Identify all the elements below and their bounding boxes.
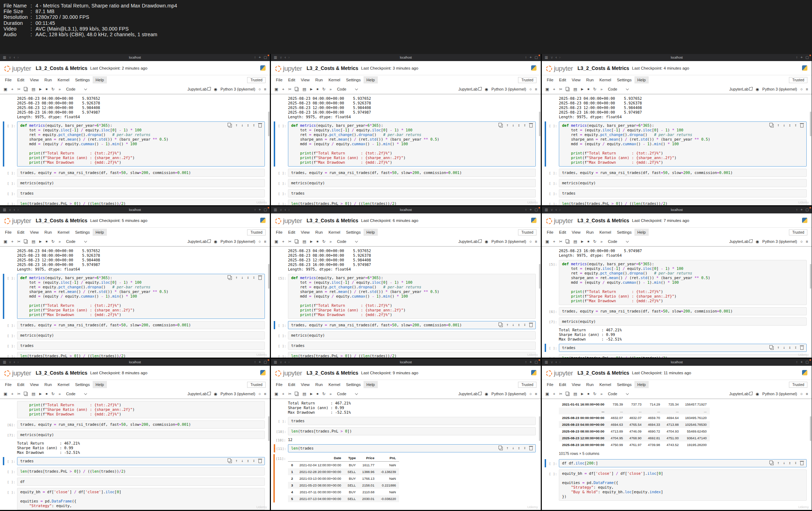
share-icon[interactable]: ↑ [525, 206, 527, 213]
cell-type-chevron-icon[interactable] [84, 240, 87, 243]
trusted-badge[interactable]: Trusted [518, 382, 536, 388]
jupyterlab-link[interactable]: JupyterLab [458, 392, 481, 396]
scrollbar-thumb[interactable] [268, 112, 269, 136]
trusted-badge[interactable]: Trusted [789, 382, 807, 388]
run-button[interactable]: ▶ [310, 88, 312, 91]
run-all-button[interactable]: » [329, 392, 332, 396]
jupyterlab-link[interactable]: JupyterLab [458, 239, 481, 244]
code-cell[interactable]: [ ]:trades [288, 189, 536, 197]
code-cell[interactable]: [10]:len(trades[trades.PnL > 0]) [288, 427, 536, 435]
cut-cell-button[interactable]: ✂ [288, 240, 291, 244]
menu-item-help[interactable]: Help [634, 381, 649, 388]
chevron-down-icon[interactable]: ∨ [550, 359, 553, 366]
stop-button[interactable]: ■ [316, 392, 318, 396]
trusted-badge[interactable]: Trusted [247, 229, 266, 235]
cell-type-chevron-icon[interactable] [355, 87, 358, 90]
menu-item-run[interactable]: Run [583, 76, 596, 83]
move-cell-down-icon[interactable]: ↓ [783, 461, 785, 465]
duplicate-cell-icon[interactable] [229, 460, 232, 463]
menu-item-file[interactable]: File [544, 229, 556, 236]
trusted-badge[interactable]: Trusted [247, 382, 266, 388]
insert-cell-below-icon[interactable]: ↧ [524, 322, 526, 327]
cell-type-chevron-icon[interactable] [355, 240, 358, 243]
jupyterlab-link[interactable]: JupyterLab [458, 87, 481, 91]
tabs-icon[interactable]: ▢ [535, 206, 538, 213]
code-cell[interactable]: [ ]:metrics(equity) [559, 179, 807, 187]
kernel-name[interactable]: Python 3 (ipykernel) [491, 239, 526, 244]
restart-kernel-button[interactable]: ↻ [51, 87, 55, 91]
delete-cell-icon[interactable] [529, 324, 533, 327]
code-cell[interactable]: [ ]:trades [288, 342, 536, 350]
menu-item-view[interactable]: View [27, 76, 42, 83]
new-tab-icon[interactable]: + [530, 54, 532, 61]
menu-item-settings[interactable]: Settings [343, 229, 364, 236]
cut-cell-button[interactable]: ✂ [559, 240, 562, 244]
menu-item-settings[interactable]: Settings [72, 229, 93, 236]
notebook-title[interactable]: L3_2_Costs & Metrics [578, 65, 630, 71]
delete-cell-icon[interactable] [258, 460, 262, 463]
paste-cell-button[interactable]: ▤ [303, 240, 306, 244]
menu-item-help[interactable]: Help [364, 229, 378, 236]
code-cell[interactable]: [ ]:trades↑↓↥↧ [559, 344, 807, 352]
move-cell-up-icon[interactable]: ↑ [777, 345, 779, 350]
menu-item-view[interactable]: View [298, 229, 312, 236]
notebook-title[interactable]: L3_2_Costs & Metrics [578, 218, 630, 223]
sidebar-icon[interactable]: ▥ [545, 54, 548, 61]
insert-cell-above-icon[interactable]: ↥ [247, 123, 249, 127]
insert-cell-above-icon[interactable]: ↥ [518, 446, 520, 450]
delete-cell-icon[interactable] [529, 124, 533, 127]
code-cell[interactable]: •[11]:len(trades↑↓↥↧ [288, 444, 536, 452]
stop-button[interactable]: ■ [587, 392, 589, 396]
code-cell[interactable]: [6]:trades, equity = run_sma_rsi_trades(… [559, 307, 807, 315]
trusted-badge[interactable]: Trusted [518, 229, 536, 235]
duplicate-cell-icon[interactable] [229, 276, 232, 280]
duplicate-cell-icon[interactable] [500, 324, 503, 327]
move-cell-down-icon[interactable]: ↓ [783, 123, 785, 127]
menu-item-view[interactable]: View [569, 229, 583, 236]
sidebar-icon[interactable]: ▥ [274, 206, 277, 213]
code-cell[interactable]: [ ]:trades [17, 189, 265, 197]
url-text[interactable]: localhost [129, 208, 141, 212]
duplicate-cell-icon[interactable] [500, 124, 503, 127]
run-all-button[interactable]: » [59, 240, 61, 244]
restart-kernel-button[interactable]: ↻ [51, 240, 55, 244]
code-cell[interactable]: [ ]:trades [559, 189, 807, 197]
duplicate-cell-icon[interactable] [770, 346, 774, 350]
duplicate-cell-icon[interactable] [500, 447, 503, 450]
add-cell-button[interactable]: + [282, 87, 284, 91]
back-icon[interactable]: ‹ [556, 206, 557, 213]
forward-icon[interactable]: › [17, 54, 18, 61]
menu-item-settings[interactable]: Settings [614, 381, 634, 388]
hamburger-menu-icon[interactable]: ≡ [535, 392, 537, 396]
menu-item-run[interactable]: Run [312, 76, 326, 83]
menu-item-kernel[interactable]: Kernel [326, 229, 343, 236]
add-cell-button[interactable]: + [11, 240, 13, 244]
run-button[interactable]: ▶ [581, 240, 583, 243]
forward-icon[interactable]: › [559, 54, 560, 61]
copy-cell-button[interactable] [24, 88, 28, 91]
menu-item-file[interactable]: File [544, 381, 556, 388]
add-cell-button[interactable]: + [553, 392, 555, 396]
paste-cell-button[interactable]: ▤ [32, 392, 35, 396]
menu-item-run[interactable]: Run [42, 76, 55, 83]
notebook-content[interactable]: print(f"Total Return : {tot:.2f}%") prin… [0, 399, 270, 510]
debugger-icon[interactable]: ◉ [756, 87, 759, 92]
notebook-title[interactable]: L3_2_Costs & Metrics [307, 65, 359, 71]
kernel-name[interactable]: Python 3 (ipykernel) [220, 392, 255, 396]
new-tab-icon[interactable]: + [801, 54, 803, 61]
insert-cell-above-icon[interactable]: ↥ [518, 123, 520, 127]
menu-item-edit[interactable]: Edit [15, 76, 27, 83]
menu-item-help[interactable]: Help [634, 229, 649, 236]
run-all-button[interactable]: » [59, 392, 61, 396]
jupyterlab-link[interactable]: JupyterLab [729, 392, 752, 396]
duplicate-cell-icon[interactable] [770, 462, 774, 465]
add-cell-button[interactable]: + [553, 87, 555, 91]
chevron-down-icon[interactable]: ∨ [9, 206, 11, 213]
back-icon[interactable]: ‹ [14, 359, 15, 366]
code-cell[interactable]: [ ]:def metrics(equity, bars_per_year=6*… [17, 274, 265, 319]
forward-icon[interactable]: › [17, 359, 18, 366]
share-icon[interactable]: ↑ [525, 54, 527, 61]
share-icon[interactable]: ↑ [796, 206, 798, 213]
insert-cell-above-icon[interactable]: ↥ [789, 345, 791, 350]
menu-item-view[interactable]: View [298, 381, 312, 388]
